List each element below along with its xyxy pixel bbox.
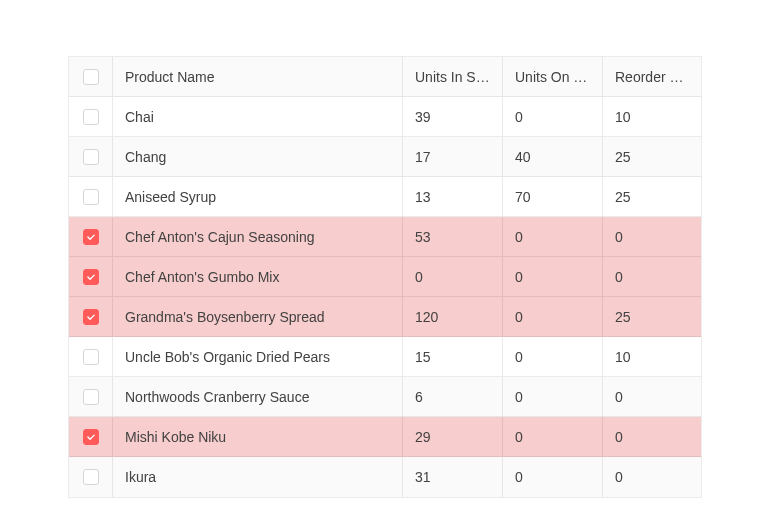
- table-row[interactable]: Chef Anton's Cajun Seasoning5300: [69, 217, 701, 257]
- cell-reorder: 25: [603, 137, 703, 176]
- header-row: Product Name Units In Stock Units On Ord…: [69, 57, 701, 97]
- column-header-units-in[interactable]: Units In Stock: [403, 57, 503, 96]
- cell-units-on: 0: [503, 337, 603, 376]
- row-checkbox[interactable]: [83, 269, 99, 285]
- cell-units-in: 15: [403, 337, 503, 376]
- cell-product-name: Ikura: [113, 457, 403, 497]
- cell-reorder: 0: [603, 417, 703, 456]
- cell-text: 17: [415, 149, 490, 165]
- cell-product-name: Chef Anton's Gumbo Mix: [113, 257, 403, 296]
- cell-text: 29: [415, 429, 490, 445]
- table-row[interactable]: Mishi Kobe Niku2900: [69, 417, 701, 457]
- checkbox-cell: [69, 137, 113, 176]
- cell-units-in: 53: [403, 217, 503, 256]
- cell-units-on: 40: [503, 137, 603, 176]
- cell-units-in: 17: [403, 137, 503, 176]
- cell-text: 13: [415, 189, 490, 205]
- cell-text: 0: [415, 269, 490, 285]
- cell-text: Aniseed Syrup: [125, 189, 390, 205]
- cell-text: 40: [515, 149, 590, 165]
- cell-text: 0: [615, 229, 691, 245]
- checkbox-cell: [69, 257, 113, 296]
- cell-text: 0: [515, 429, 590, 445]
- cell-product-name: Uncle Bob's Organic Dried Pears: [113, 337, 403, 376]
- column-header-label: Product Name: [125, 69, 214, 85]
- row-checkbox[interactable]: [83, 469, 99, 485]
- table-row[interactable]: Chef Anton's Gumbo Mix000: [69, 257, 701, 297]
- cell-text: Chai: [125, 109, 390, 125]
- cell-units-in: 31: [403, 457, 503, 497]
- row-checkbox[interactable]: [83, 149, 99, 165]
- check-icon: [86, 312, 96, 322]
- table-row[interactable]: Uncle Bob's Organic Dried Pears15010: [69, 337, 701, 377]
- cell-text: 0: [515, 309, 590, 325]
- cell-text: 120: [415, 309, 490, 325]
- products-grid: Product Name Units In Stock Units On Ord…: [68, 56, 702, 498]
- cell-units-in: 13: [403, 177, 503, 216]
- cell-text: 0: [615, 389, 691, 405]
- cell-product-name: Northwoods Cranberry Sauce: [113, 377, 403, 416]
- cell-text: 53: [415, 229, 490, 245]
- cell-reorder: 0: [603, 457, 703, 497]
- table-row[interactable]: Chai39010: [69, 97, 701, 137]
- row-checkbox[interactable]: [83, 109, 99, 125]
- check-icon: [86, 272, 96, 282]
- cell-text: Chef Anton's Gumbo Mix: [125, 269, 390, 285]
- cell-units-in: 29: [403, 417, 503, 456]
- cell-product-name: Aniseed Syrup: [113, 177, 403, 216]
- column-header-product-name[interactable]: Product Name: [113, 57, 403, 96]
- cell-reorder: 0: [603, 377, 703, 416]
- table-body: Chai39010Chang174025Aniseed Syrup137025C…: [69, 97, 701, 497]
- cell-reorder: 0: [603, 217, 703, 256]
- cell-reorder: 10: [603, 97, 703, 136]
- cell-units-in: 39: [403, 97, 503, 136]
- cell-text: Chef Anton's Cajun Seasoning: [125, 229, 390, 245]
- table-row[interactable]: Chang174025: [69, 137, 701, 177]
- cell-text: 31: [415, 469, 490, 485]
- cell-units-on: 0: [503, 457, 603, 497]
- cell-reorder: 25: [603, 177, 703, 216]
- cell-text: 25: [615, 309, 691, 325]
- table-row[interactable]: Northwoods Cranberry Sauce600: [69, 377, 701, 417]
- table-row[interactable]: Ikura3100: [69, 457, 701, 497]
- check-icon: [86, 432, 96, 442]
- cell-text: 6: [415, 389, 490, 405]
- cell-units-on: 0: [503, 217, 603, 256]
- cell-reorder: 25: [603, 297, 703, 336]
- checkbox-cell: [69, 377, 113, 416]
- checkbox-cell: [69, 97, 113, 136]
- cell-product-name: Chai: [113, 97, 403, 136]
- column-header-reorder[interactable]: Reorder Level: [603, 57, 703, 96]
- cell-text: 25: [615, 149, 691, 165]
- row-checkbox[interactable]: [83, 229, 99, 245]
- column-header-label: Units On Order: [515, 69, 590, 85]
- select-all-checkbox[interactable]: [83, 69, 99, 85]
- cell-text: Uncle Bob's Organic Dried Pears: [125, 349, 390, 365]
- cell-reorder: 10: [603, 337, 703, 376]
- cell-text: 0: [515, 469, 590, 485]
- checkbox-cell: [69, 297, 113, 336]
- cell-text: 10: [615, 109, 691, 125]
- cell-text: 10: [615, 349, 691, 365]
- row-checkbox[interactable]: [83, 309, 99, 325]
- cell-text: 15: [415, 349, 490, 365]
- cell-product-name: Chef Anton's Cajun Seasoning: [113, 217, 403, 256]
- cell-text: 0: [515, 389, 590, 405]
- row-checkbox[interactable]: [83, 389, 99, 405]
- table-row[interactable]: Aniseed Syrup137025: [69, 177, 701, 217]
- column-header-units-on[interactable]: Units On Order: [503, 57, 603, 96]
- check-icon: [86, 232, 96, 242]
- checkbox-cell: [69, 337, 113, 376]
- column-header-label: Reorder Level: [615, 69, 691, 85]
- cell-text: 25: [615, 189, 691, 205]
- cell-units-on: 0: [503, 297, 603, 336]
- row-checkbox[interactable]: [83, 429, 99, 445]
- row-checkbox[interactable]: [83, 349, 99, 365]
- cell-text: 0: [615, 429, 691, 445]
- cell-text: 0: [515, 269, 590, 285]
- cell-text: Mishi Kobe Niku: [125, 429, 390, 445]
- column-header-label: Units In Stock: [415, 69, 490, 85]
- table-row[interactable]: Grandma's Boysenberry Spread120025: [69, 297, 701, 337]
- row-checkbox[interactable]: [83, 189, 99, 205]
- checkbox-cell: [69, 457, 113, 497]
